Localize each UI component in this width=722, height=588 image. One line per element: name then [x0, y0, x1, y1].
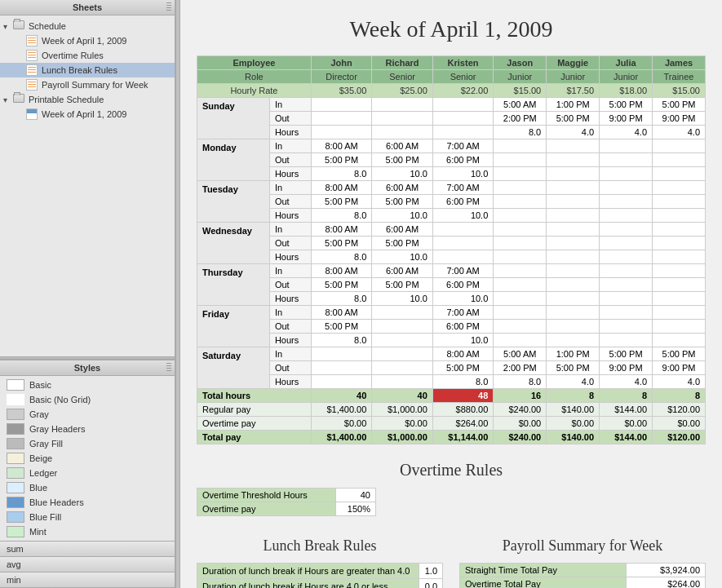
- friday-out-jason: [494, 320, 547, 334]
- day-friday: Friday: [197, 306, 270, 347]
- sunday-hours-label: Hours: [269, 126, 311, 139]
- total-hours-kristen: 48: [432, 389, 493, 403]
- monday-in-label: In: [269, 139, 311, 153]
- sidebar-item-label: Payroll Summary for Week: [42, 80, 148, 90]
- sum-button[interactable]: sum: [0, 542, 175, 557]
- wednesday-hours-maggie: [547, 250, 600, 264]
- style-ledger[interactable]: Ledger: [0, 466, 175, 480]
- styles-drag-handle[interactable]: [166, 363, 171, 373]
- style-mint[interactable]: Mint: [0, 524, 175, 539]
- thursday-hours-john: 8.0: [311, 292, 371, 306]
- sidebar-item-schedule-folder[interactable]: ▾ Schedule: [0, 19, 175, 33]
- sidebar-item-lunch-break-rules[interactable]: Lunch Break Rules: [0, 63, 175, 77]
- monday-hours-kristen: 10.0: [432, 167, 493, 181]
- style-swatch: [7, 453, 24, 464]
- drag-handle[interactable]: [166, 2, 171, 12]
- straight-time-label: Straight Time Total Pay: [460, 564, 627, 577]
- overtime-pay-jason: $0.00: [494, 417, 547, 431]
- role-john: Director: [311, 70, 371, 84]
- sidebar-item-week-printable[interactable]: Week of April 1, 2009: [0, 107, 175, 122]
- day-wednesday: Wednesday: [197, 223, 270, 264]
- sidebar-item-overtime-rules[interactable]: Overtime Rules: [0, 48, 175, 63]
- friday-in-richard: [372, 306, 432, 320]
- col-kristen: Kristen: [432, 56, 493, 70]
- rate-kristen: $22.00: [432, 84, 493, 98]
- style-swatch: [7, 511, 24, 523]
- sheet-icon: [26, 35, 39, 46]
- table-row: Out 5:00 PM 5:00 PM 6:00 PM: [197, 195, 706, 209]
- thursday-out-richard: 5:00 PM: [372, 278, 432, 292]
- table-row: Overtime Threshold Hours 40: [197, 489, 376, 502]
- monday-out-john: 5:00 PM: [311, 153, 371, 167]
- day-saturday: Saturday: [197, 347, 270, 389]
- style-basic-no-grid[interactable]: Basic (No Grid): [0, 392, 175, 407]
- saturday-in-julia: 5:00 PM: [600, 347, 653, 361]
- lunch-table: Duration of lunch break if Hours are gre…: [197, 563, 443, 588]
- monday-in-jason: [494, 139, 547, 153]
- total-hours-richard: 40: [372, 389, 432, 403]
- saturday-in-kristen: 8:00 AM: [432, 347, 493, 361]
- total-hours-james: 8: [653, 389, 706, 403]
- style-gray-fill[interactable]: Gray Fill: [0, 436, 175, 451]
- tuesday-in-jason: [494, 181, 547, 195]
- sunday-hours-kristen: [432, 126, 493, 139]
- thursday-in-maggie: [547, 264, 600, 278]
- func-buttons: sum avg min: [0, 541, 175, 588]
- overtime-total-label: Overtime Total Pay: [460, 577, 627, 589]
- sunday-out-john: [311, 112, 371, 126]
- monday-out-maggie: [547, 153, 600, 167]
- day-sunday: Sunday: [197, 98, 270, 139]
- table-row: Duration of lunch break if Hours are gre…: [197, 564, 443, 579]
- overtime-pay-maggie: $0.00: [547, 417, 600, 431]
- sidebar-item-payroll-summary[interactable]: Payroll Summary for Week: [0, 77, 175, 92]
- tuesday-hours-label: Hours: [269, 209, 311, 223]
- style-gray-headers[interactable]: Gray Headers: [0, 422, 175, 436]
- wednesday-out-richard: 5:00 PM: [372, 237, 432, 250]
- sidebar-item-week-of-april[interactable]: Week of April 1, 2009: [0, 33, 175, 48]
- table-row: Duration of lunch break if Hours are 4.0…: [197, 579, 443, 589]
- table-row: Overtime pay 150%: [197, 502, 376, 516]
- overtime-threshold-label: Overtime Threshold Hours: [197, 489, 336, 502]
- thursday-in-label: In: [269, 264, 311, 278]
- wednesday-in-kristen: [432, 223, 493, 237]
- lunch-rule2-value: 0.0: [419, 579, 443, 589]
- tuesday-hours-john: 8.0: [311, 209, 371, 223]
- lunch-rule2-label: Duration of lunch break if Hours are 4.0…: [197, 579, 419, 589]
- wednesday-hours-julia: [600, 250, 653, 264]
- saturday-out-julia: 9:00 PM: [600, 361, 653, 375]
- style-swatch: [7, 526, 24, 537]
- style-swatch: [7, 467, 24, 479]
- total-pay-kristen: $1,144.00: [432, 431, 493, 444]
- style-swatch: [7, 409, 24, 420]
- avg-button[interactable]: avg: [0, 557, 175, 573]
- regular-pay-maggie: $140.00: [547, 403, 600, 417]
- tuesday-hours-maggie: [547, 209, 600, 223]
- style-blue-headers[interactable]: Blue Headers: [0, 495, 175, 510]
- total-pay-jason: $240.00: [494, 431, 547, 444]
- tuesday-out-james: [653, 195, 706, 209]
- thursday-in-jason: [494, 264, 547, 278]
- sidebar-item-printable-folder[interactable]: ▾ Printable Schedule: [0, 92, 175, 107]
- style-basic[interactable]: Basic: [0, 378, 175, 392]
- friday-out-label: Out: [269, 320, 311, 334]
- style-blue[interactable]: Blue: [0, 480, 175, 495]
- saturday-out-label: Out: [269, 361, 311, 375]
- style-swatch: [7, 394, 24, 405]
- style-beige[interactable]: Beige: [0, 451, 175, 466]
- style-gray[interactable]: Gray: [0, 407, 175, 422]
- table-row: Hours 8.0 10.0 10.0: [197, 292, 706, 306]
- min-button[interactable]: min: [0, 573, 175, 588]
- sheet-icon: [26, 79, 39, 91]
- tuesday-in-james: [653, 181, 706, 195]
- total-hours-label: Total hours: [197, 389, 312, 403]
- col-maggie: Maggie: [547, 56, 600, 70]
- style-swatch: [7, 497, 24, 508]
- thursday-in-john: 8:00 AM: [311, 264, 371, 278]
- total-pay-label: Total pay: [197, 431, 312, 444]
- payroll-title: Payroll Summary for Week: [459, 537, 706, 555]
- sidebar-item-label: Printable Schedule: [29, 95, 104, 104]
- friday-in-james: [653, 306, 706, 320]
- tuesday-out-jason: [494, 195, 547, 209]
- style-blue-fill[interactable]: Blue Fill: [0, 510, 175, 524]
- saturday-hours-label: Hours: [269, 375, 311, 389]
